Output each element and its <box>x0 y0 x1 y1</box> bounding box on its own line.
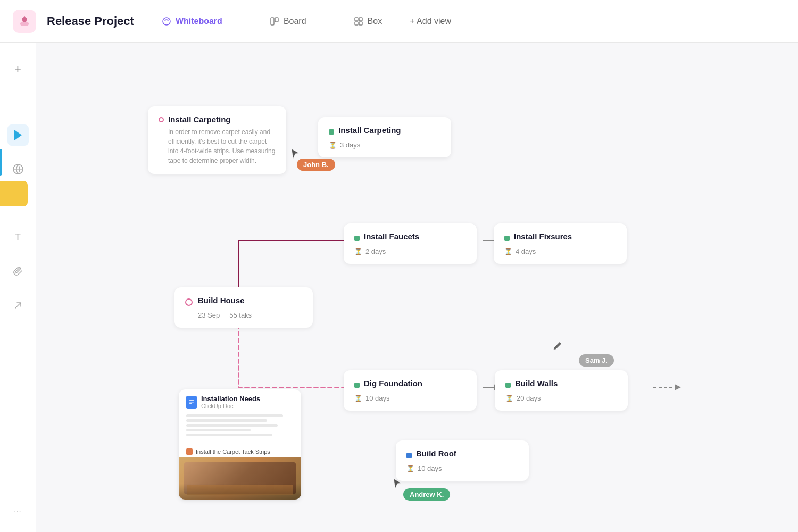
sidebar-item-more[interactable]: ··· <box>7 500 29 521</box>
card-title: Build House <box>198 296 245 305</box>
project-title: Release Project <box>47 14 134 28</box>
nav-divider-2 <box>330 13 330 30</box>
sidebar-item-add[interactable]: + <box>7 59 29 80</box>
card-install-carpeting-expanded[interactable]: Install Carpeting In order to remove car… <box>148 106 286 174</box>
card-title: Install Fixsures <box>514 232 572 241</box>
card-title: Install Carpeting <box>168 115 276 124</box>
card-install-fixsures[interactable]: Install Fixsures ⏳ 4 days <box>494 223 627 264</box>
card-build-roof[interactable]: Build Roof ⏳ 10 days <box>396 440 529 481</box>
sidebar-item-text[interactable]: T <box>7 227 29 248</box>
nav-whiteboard[interactable]: Whiteboard <box>153 12 231 30</box>
card-install-faucets[interactable]: Install Faucets ⏳ 2 days <box>344 223 477 264</box>
sidebar-item-arrow[interactable] <box>7 295 29 316</box>
svg-rect-3 <box>275 18 278 22</box>
svg-point-1 <box>163 18 170 25</box>
canvas[interactable]: Install Carpeting In order to remove car… <box>36 43 798 532</box>
nav-board[interactable]: Board <box>261 12 315 30</box>
header: Release Project Whiteboard Board Box + A… <box>0 0 798 43</box>
card-meta: ⏳ 2 days <box>354 247 466 255</box>
app-icon <box>13 10 36 33</box>
sidebar-item-globe[interactable] <box>7 159 29 180</box>
card-title: Install Faucets <box>364 232 419 241</box>
card-status-square <box>329 129 334 135</box>
nav-box[interactable]: Box <box>345 12 391 30</box>
card-status-square <box>406 453 412 458</box>
card-title: Dig Foundation <box>364 379 422 388</box>
cursor-arrow <box>290 148 299 159</box>
card-meta: ⏳ 4 days <box>504 247 616 255</box>
doc-header: Installation Needs ClickUp Doc <box>179 389 301 414</box>
card-meta: ⏳ 10 days <box>406 464 518 472</box>
sidebar: + # T ··· <box>0 43 36 532</box>
doc-install-row: Install the Carpet Tack Strips <box>179 446 301 457</box>
doc-image-overlay <box>179 484 301 500</box>
card-status-square <box>504 236 510 241</box>
card-status-square <box>505 383 511 388</box>
doc-install-icon <box>186 448 193 455</box>
card-title: Build Roof <box>416 449 456 458</box>
card-status-dot <box>159 117 164 122</box>
badge-john-b: John B. <box>297 159 335 171</box>
card-dig-foundation[interactable]: Dig Foundation ⏳ 10 days <box>344 370 477 411</box>
doc-icon <box>186 396 197 409</box>
doc-title: Installation Needs <box>201 395 260 403</box>
card-meta: 23 Sep 55 taks <box>198 311 302 319</box>
card-title: Install Carpeting <box>338 126 401 135</box>
badge-sam-j: Sam J. <box>579 354 614 367</box>
svg-rect-2 <box>271 18 274 25</box>
sidebar-accent <box>0 149 2 176</box>
nav-divider-1 <box>246 13 246 30</box>
card-status-square <box>354 383 360 388</box>
doc-subtitle: ClickUp Doc <box>201 403 260 409</box>
cursor-pencil <box>552 340 561 351</box>
card-meta: ⏳ 10 days <box>354 394 466 402</box>
card-meta: ⏳ 3 days <box>329 141 440 149</box>
card-title: Build Walls <box>515 379 558 388</box>
sidebar-item-play[interactable] <box>7 124 29 146</box>
card-build-walls[interactable]: Build Walls ⏳ 20 days <box>495 370 628 411</box>
play-icon <box>14 130 22 140</box>
badge-andrew-k: Andrew K. <box>403 488 450 501</box>
svg-rect-19 <box>189 402 194 403</box>
card-build-house[interactable]: Build House 23 Sep 55 taks <box>174 287 313 328</box>
card-status-square <box>354 236 360 241</box>
doc-lines <box>179 414 301 442</box>
add-view-button[interactable]: + Add view <box>401 12 460 30</box>
svg-rect-4 <box>355 18 358 21</box>
sidebar-item-clip[interactable] <box>7 261 29 282</box>
svg-rect-5 <box>359 18 362 21</box>
svg-rect-6 <box>355 22 358 25</box>
svg-marker-16 <box>675 384 681 390</box>
card-install-carpeting[interactable]: Install Carpeting ⏳ 3 days <box>318 117 451 157</box>
svg-rect-18 <box>189 400 194 401</box>
doc-image <box>179 457 301 500</box>
card-status-circle <box>185 298 193 306</box>
svg-rect-7 <box>359 22 362 25</box>
card-meta: ⏳ 20 days <box>505 394 617 402</box>
doc-divider <box>179 444 301 444</box>
svg-rect-20 <box>189 403 192 404</box>
doc-card-installation-needs[interactable]: Installation Needs ClickUp Doc Install t… <box>179 389 301 500</box>
sidebar-yellow <box>0 181 28 206</box>
card-desc: In order to remove carpet easily and eff… <box>168 127 276 165</box>
